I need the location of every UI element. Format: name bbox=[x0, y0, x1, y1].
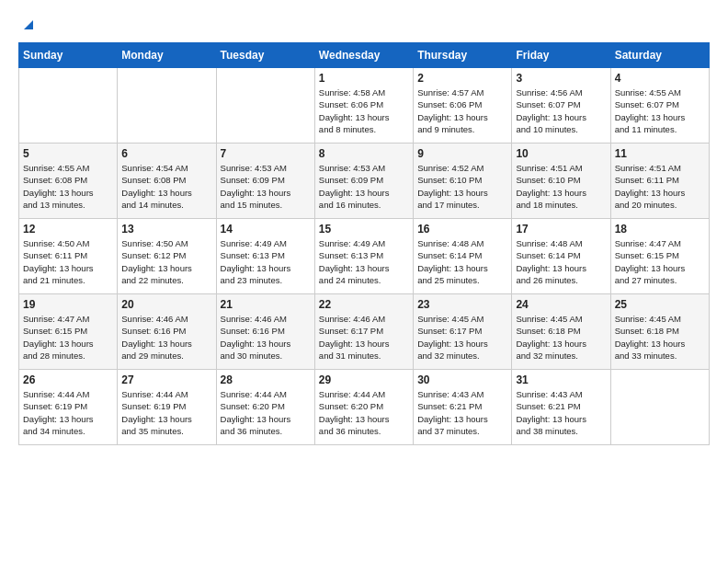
day-number: 31 bbox=[516, 373, 606, 386]
page: SundayMondayTuesdayWednesdayThursdayFrid… bbox=[0, 0, 728, 563]
calendar-cell: 22Sunrise: 4:46 AM Sunset: 6:17 PM Dayli… bbox=[314, 294, 413, 370]
calendar-cell: 27Sunrise: 4:44 AM Sunset: 6:19 PM Dayli… bbox=[118, 370, 216, 445]
calendar-cell: 19Sunrise: 4:47 AM Sunset: 6:15 PM Dayli… bbox=[19, 294, 118, 370]
day-number: 9 bbox=[417, 147, 507, 160]
logo-triangle-icon bbox=[20, 17, 37, 33]
day-number: 22 bbox=[319, 298, 409, 311]
svg-marker-0 bbox=[24, 20, 33, 29]
col-header-friday: Friday bbox=[512, 43, 610, 68]
day-number: 8 bbox=[319, 147, 409, 160]
calendar-cell bbox=[19, 68, 118, 144]
cell-info: Sunrise: 4:47 AM Sunset: 6:15 PM Dayligh… bbox=[615, 237, 705, 286]
day-number: 21 bbox=[221, 298, 311, 311]
cell-info: Sunrise: 4:49 AM Sunset: 6:13 PM Dayligh… bbox=[221, 237, 311, 286]
cell-info: Sunrise: 4:52 AM Sunset: 6:10 PM Dayligh… bbox=[417, 162, 507, 211]
cell-info: Sunrise: 4:55 AM Sunset: 6:08 PM Dayligh… bbox=[23, 162, 113, 211]
cell-info: Sunrise: 4:56 AM Sunset: 6:07 PM Dayligh… bbox=[516, 86, 606, 135]
calendar-cell: 23Sunrise: 4:45 AM Sunset: 6:17 PM Dayli… bbox=[414, 294, 512, 370]
day-number: 28 bbox=[221, 373, 311, 386]
day-number: 29 bbox=[319, 373, 409, 386]
calendar-cell: 10Sunrise: 4:51 AM Sunset: 6:10 PM Dayli… bbox=[512, 144, 610, 219]
cell-info: Sunrise: 4:48 AM Sunset: 6:14 PM Dayligh… bbox=[516, 237, 606, 286]
cell-info: Sunrise: 4:50 AM Sunset: 6:12 PM Dayligh… bbox=[121, 237, 211, 286]
calendar-cell bbox=[216, 68, 314, 144]
col-header-wednesday: Wednesday bbox=[314, 43, 413, 68]
cell-info: Sunrise: 4:45 AM Sunset: 6:17 PM Dayligh… bbox=[417, 313, 507, 362]
cell-info: Sunrise: 4:50 AM Sunset: 6:11 PM Dayligh… bbox=[23, 237, 113, 286]
calendar-cell: 14Sunrise: 4:49 AM Sunset: 6:13 PM Dayli… bbox=[216, 219, 314, 294]
header bbox=[18, 15, 710, 33]
day-number: 6 bbox=[121, 147, 211, 160]
calendar-cell: 30Sunrise: 4:43 AM Sunset: 6:21 PM Dayli… bbox=[414, 370, 512, 445]
calendar-week-2: 5Sunrise: 4:55 AM Sunset: 6:08 PM Daylig… bbox=[19, 144, 710, 219]
calendar-cell: 9Sunrise: 4:52 AM Sunset: 6:10 PM Daylig… bbox=[414, 144, 512, 219]
calendar-cell bbox=[118, 68, 216, 144]
calendar-cell: 8Sunrise: 4:53 AM Sunset: 6:09 PM Daylig… bbox=[314, 144, 413, 219]
day-number: 24 bbox=[516, 298, 606, 311]
calendar-cell: 20Sunrise: 4:46 AM Sunset: 6:16 PM Dayli… bbox=[118, 294, 216, 370]
cell-info: Sunrise: 4:43 AM Sunset: 6:21 PM Dayligh… bbox=[417, 388, 507, 437]
calendar-cell: 4Sunrise: 4:55 AM Sunset: 6:07 PM Daylig… bbox=[610, 68, 709, 144]
day-number: 11 bbox=[615, 147, 705, 160]
day-number: 26 bbox=[23, 373, 113, 386]
day-number: 14 bbox=[221, 223, 311, 236]
day-number: 12 bbox=[23, 223, 113, 236]
cell-info: Sunrise: 4:54 AM Sunset: 6:08 PM Dayligh… bbox=[121, 162, 211, 211]
day-number: 2 bbox=[417, 72, 507, 85]
calendar-cell bbox=[610, 370, 709, 445]
calendar-header-row: SundayMondayTuesdayWednesdayThursdayFrid… bbox=[19, 43, 710, 68]
col-header-thursday: Thursday bbox=[414, 43, 512, 68]
calendar-cell: 15Sunrise: 4:49 AM Sunset: 6:13 PM Dayli… bbox=[314, 219, 413, 294]
day-number: 20 bbox=[121, 298, 211, 311]
calendar-cell: 24Sunrise: 4:45 AM Sunset: 6:18 PM Dayli… bbox=[512, 294, 610, 370]
cell-info: Sunrise: 4:51 AM Sunset: 6:11 PM Dayligh… bbox=[615, 162, 705, 211]
day-number: 4 bbox=[615, 72, 705, 85]
calendar-cell: 17Sunrise: 4:48 AM Sunset: 6:14 PM Dayli… bbox=[512, 219, 610, 294]
day-number: 13 bbox=[121, 223, 211, 236]
calendar-week-5: 26Sunrise: 4:44 AM Sunset: 6:19 PM Dayli… bbox=[19, 370, 710, 445]
cell-info: Sunrise: 4:44 AM Sunset: 6:19 PM Dayligh… bbox=[121, 388, 211, 437]
calendar-cell: 3Sunrise: 4:56 AM Sunset: 6:07 PM Daylig… bbox=[512, 68, 610, 144]
cell-info: Sunrise: 4:44 AM Sunset: 6:20 PM Dayligh… bbox=[221, 388, 311, 437]
cell-info: Sunrise: 4:48 AM Sunset: 6:14 PM Dayligh… bbox=[417, 237, 507, 286]
calendar-cell: 2Sunrise: 4:57 AM Sunset: 6:06 PM Daylig… bbox=[414, 68, 512, 144]
calendar-cell: 31Sunrise: 4:43 AM Sunset: 6:21 PM Dayli… bbox=[512, 370, 610, 445]
calendar-week-1: 1Sunrise: 4:58 AM Sunset: 6:06 PM Daylig… bbox=[19, 68, 710, 144]
cell-info: Sunrise: 4:49 AM Sunset: 6:13 PM Dayligh… bbox=[319, 237, 409, 286]
day-number: 1 bbox=[319, 72, 409, 85]
cell-info: Sunrise: 4:53 AM Sunset: 6:09 PM Dayligh… bbox=[221, 162, 311, 211]
cell-info: Sunrise: 4:58 AM Sunset: 6:06 PM Dayligh… bbox=[319, 86, 409, 135]
day-number: 17 bbox=[516, 223, 606, 236]
cell-info: Sunrise: 4:45 AM Sunset: 6:18 PM Dayligh… bbox=[615, 313, 705, 362]
day-number: 16 bbox=[417, 223, 507, 236]
day-number: 30 bbox=[417, 373, 507, 386]
col-header-sunday: Sunday bbox=[19, 43, 118, 68]
calendar-week-4: 19Sunrise: 4:47 AM Sunset: 6:15 PM Dayli… bbox=[19, 294, 710, 370]
calendar-cell: 7Sunrise: 4:53 AM Sunset: 6:09 PM Daylig… bbox=[216, 144, 314, 219]
calendar-table: SundayMondayTuesdayWednesdayThursdayFrid… bbox=[18, 42, 710, 445]
calendar-cell: 21Sunrise: 4:46 AM Sunset: 6:16 PM Dayli… bbox=[216, 294, 314, 370]
calendar-cell: 11Sunrise: 4:51 AM Sunset: 6:11 PM Dayli… bbox=[610, 144, 709, 219]
cell-info: Sunrise: 4:44 AM Sunset: 6:20 PM Dayligh… bbox=[319, 388, 409, 437]
day-number: 3 bbox=[516, 72, 606, 85]
day-number: 19 bbox=[23, 298, 113, 311]
cell-info: Sunrise: 4:47 AM Sunset: 6:15 PM Dayligh… bbox=[23, 313, 113, 362]
day-number: 18 bbox=[615, 223, 705, 236]
calendar-cell: 25Sunrise: 4:45 AM Sunset: 6:18 PM Dayli… bbox=[610, 294, 709, 370]
col-header-tuesday: Tuesday bbox=[216, 43, 314, 68]
cell-info: Sunrise: 4:44 AM Sunset: 6:19 PM Dayligh… bbox=[23, 388, 113, 437]
calendar-cell: 1Sunrise: 4:58 AM Sunset: 6:06 PM Daylig… bbox=[314, 68, 413, 144]
day-number: 5 bbox=[23, 147, 113, 160]
cell-info: Sunrise: 4:46 AM Sunset: 6:17 PM Dayligh… bbox=[319, 313, 409, 362]
cell-info: Sunrise: 4:57 AM Sunset: 6:06 PM Dayligh… bbox=[417, 86, 507, 135]
calendar-cell: 28Sunrise: 4:44 AM Sunset: 6:20 PM Dayli… bbox=[216, 370, 314, 445]
calendar-cell: 5Sunrise: 4:55 AM Sunset: 6:08 PM Daylig… bbox=[19, 144, 118, 219]
day-number: 10 bbox=[516, 147, 606, 160]
col-header-saturday: Saturday bbox=[610, 43, 709, 68]
cell-info: Sunrise: 4:46 AM Sunset: 6:16 PM Dayligh… bbox=[221, 313, 311, 362]
day-number: 25 bbox=[615, 298, 705, 311]
day-number: 27 bbox=[121, 373, 211, 386]
cell-info: Sunrise: 4:43 AM Sunset: 6:21 PM Dayligh… bbox=[516, 388, 606, 437]
calendar-cell: 16Sunrise: 4:48 AM Sunset: 6:14 PM Dayli… bbox=[414, 219, 512, 294]
cell-info: Sunrise: 4:45 AM Sunset: 6:18 PM Dayligh… bbox=[516, 313, 606, 362]
